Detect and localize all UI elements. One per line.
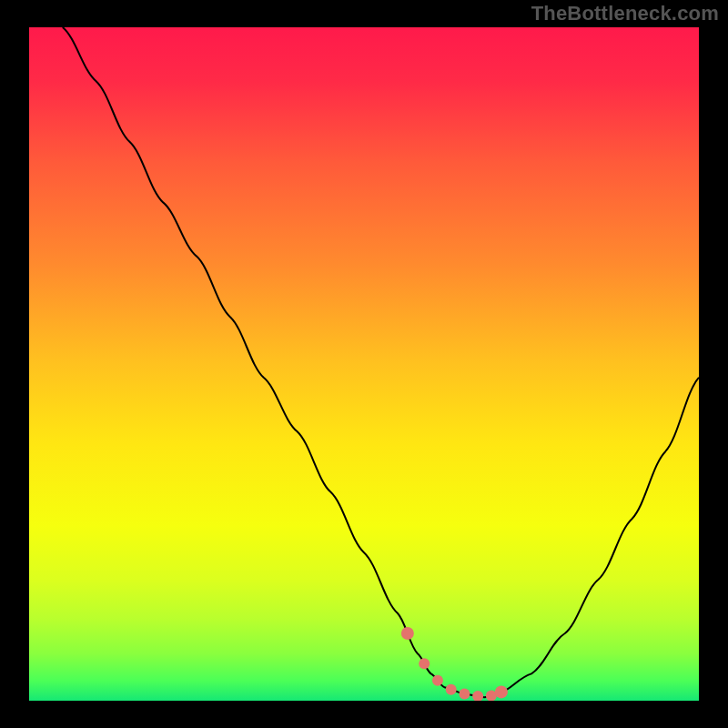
optimal-marker [432, 675, 443, 686]
chart-frame: TheBottleneck.com [0, 0, 728, 728]
optimal-marker [495, 685, 508, 698]
optimal-marker [419, 658, 430, 669]
attribution-text: TheBottleneck.com [531, 2, 719, 25]
optimal-marker [459, 689, 470, 700]
optimal-marker [401, 627, 414, 640]
gradient-background [29, 27, 699, 701]
bottleneck-chart [29, 27, 699, 701]
optimal-marker [446, 684, 457, 695]
